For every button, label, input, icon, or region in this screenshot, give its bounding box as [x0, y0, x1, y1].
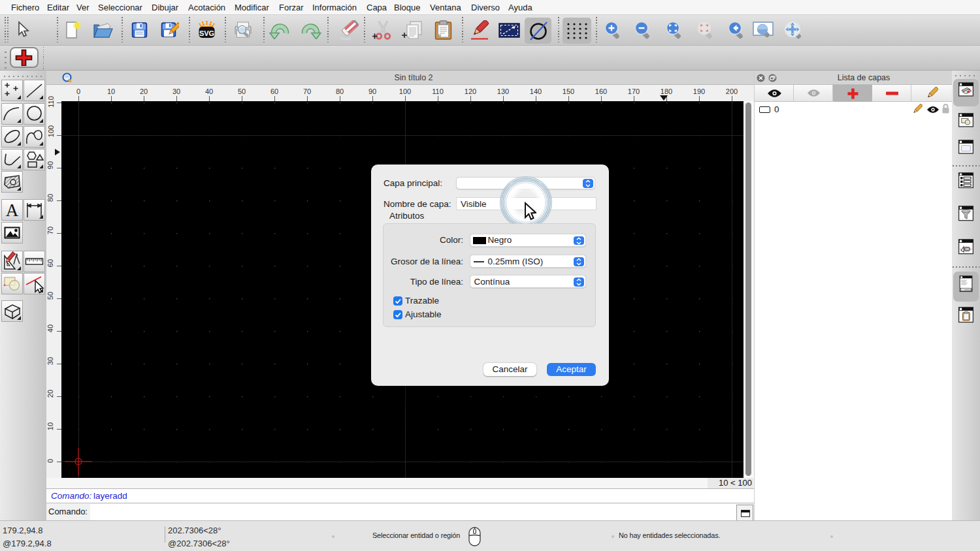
svg-text:c command: c command — [962, 289, 973, 291]
svg-text:A: A — [6, 200, 19, 220]
svg-text:SVG: SVG — [199, 29, 214, 37]
